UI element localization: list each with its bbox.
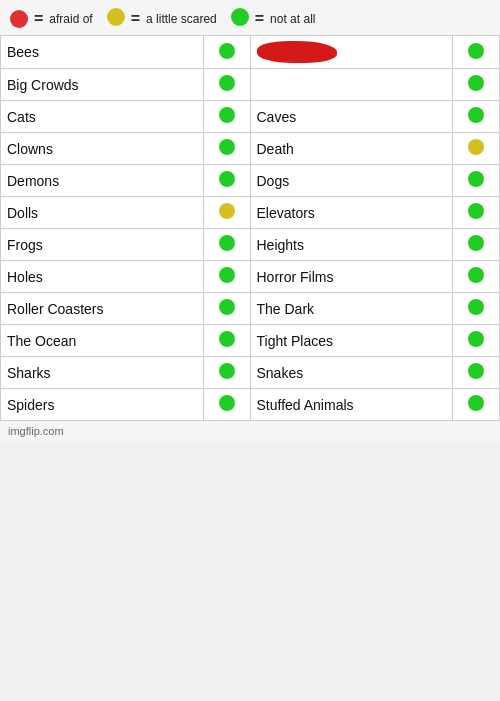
left-label: Frogs bbox=[1, 229, 204, 261]
right-dot bbox=[453, 357, 500, 389]
right-label: Dogs bbox=[250, 165, 453, 197]
legend-dot-red bbox=[10, 10, 28, 28]
left-dot bbox=[203, 325, 250, 357]
legend-dot-green bbox=[231, 8, 249, 26]
right-dot bbox=[453, 36, 500, 69]
right-label: Horror Films bbox=[250, 261, 453, 293]
right-label: Stuffed Animals bbox=[250, 389, 453, 421]
left-dot bbox=[203, 101, 250, 133]
left-label: Cats bbox=[1, 101, 204, 133]
left-label: Bees bbox=[1, 36, 204, 69]
right-dot bbox=[453, 165, 500, 197]
left-label: The Ocean bbox=[1, 325, 204, 357]
legend-dot-yellow bbox=[107, 8, 125, 26]
left-label: Holes bbox=[1, 261, 204, 293]
legend-label-notatall: not at all bbox=[270, 12, 315, 26]
left-label: Dolls bbox=[1, 197, 204, 229]
table-row: ClownsDeath bbox=[1, 133, 500, 165]
left-dot bbox=[203, 293, 250, 325]
left-label: Demons bbox=[1, 165, 204, 197]
right-dot bbox=[453, 133, 500, 165]
right-label: Tight Places bbox=[250, 325, 453, 357]
right-dot bbox=[453, 293, 500, 325]
left-dot bbox=[203, 261, 250, 293]
left-dot bbox=[203, 357, 250, 389]
right-dot bbox=[453, 69, 500, 101]
left-label: Roller Coasters bbox=[1, 293, 204, 325]
table-row: Big Crowds bbox=[1, 69, 500, 101]
table-row: FrogsHeights bbox=[1, 229, 500, 261]
right-label: Elevators bbox=[250, 197, 453, 229]
table-row: HolesHorror Films bbox=[1, 261, 500, 293]
right-dot bbox=[453, 101, 500, 133]
legend-label-little: a little scared bbox=[146, 12, 217, 26]
right-dot bbox=[453, 325, 500, 357]
table-row: Bees bbox=[1, 36, 500, 69]
right-label: Snakes bbox=[250, 357, 453, 389]
left-dot bbox=[203, 69, 250, 101]
left-dot bbox=[203, 197, 250, 229]
fear-table: BeesBig CrowdsCatsCavesClownsDeathDemons… bbox=[0, 35, 500, 421]
right-label bbox=[250, 36, 453, 69]
table-row: SpidersStuffed Animals bbox=[1, 389, 500, 421]
right-dot bbox=[453, 229, 500, 261]
left-dot bbox=[203, 133, 250, 165]
left-dot bbox=[203, 389, 250, 421]
left-dot bbox=[203, 165, 250, 197]
left-label: Clowns bbox=[1, 133, 204, 165]
right-label: The Dark bbox=[250, 293, 453, 325]
left-dot bbox=[203, 229, 250, 261]
imgflip-watermark: imgflip.com bbox=[0, 421, 500, 441]
right-label bbox=[250, 69, 453, 101]
table-row: DemonsDogs bbox=[1, 165, 500, 197]
table-row: DollsElevators bbox=[1, 197, 500, 229]
table-row: SharksSnakes bbox=[1, 357, 500, 389]
left-dot bbox=[203, 36, 250, 69]
right-dot bbox=[453, 389, 500, 421]
table-row: CatsCaves bbox=[1, 101, 500, 133]
legend-label-afraid: afraid of bbox=[49, 12, 92, 26]
right-dot bbox=[453, 261, 500, 293]
left-label: Sharks bbox=[1, 357, 204, 389]
right-dot bbox=[453, 197, 500, 229]
right-label: Death bbox=[250, 133, 453, 165]
table-row: The OceanTight Places bbox=[1, 325, 500, 357]
left-label: Spiders bbox=[1, 389, 204, 421]
legend: = afraid of = a little scared = not at a… bbox=[0, 0, 500, 35]
right-label: Caves bbox=[250, 101, 453, 133]
table-row: Roller CoastersThe Dark bbox=[1, 293, 500, 325]
left-label: Big Crowds bbox=[1, 69, 204, 101]
right-label: Heights bbox=[250, 229, 453, 261]
